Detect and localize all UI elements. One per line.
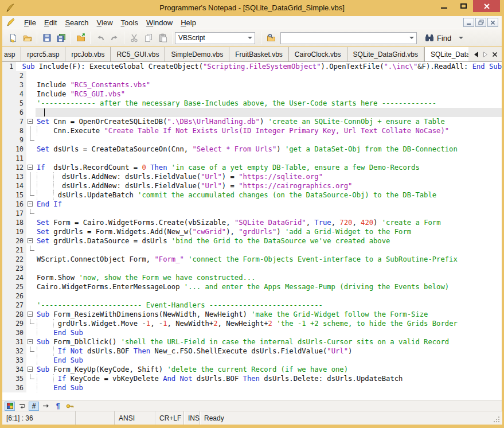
find-in-files-button[interactable]: [264, 31, 278, 45]
menu-help[interactable]: Help: [177, 17, 200, 28]
scheme-select[interactable]: VBScript: [175, 32, 255, 44]
code-line-7[interactable]: 7Set Cnn = OpenOrCreateSQLiteDB(".\DBs\U…: [2, 117, 502, 126]
code-line-18[interactable]: 18Set Form = Cairo.WidgetForms.Create(vb…: [2, 218, 502, 227]
code-line-29[interactable]: 29 grdUrls.Widget.Move -1, -1, NewWidth+…: [2, 319, 502, 328]
code-line-6[interactable]: 6: [2, 108, 502, 117]
menu-edit[interactable]: Edit: [40, 17, 61, 28]
search-input[interactable]: [280, 32, 417, 44]
code-line-15[interactable]: 15 dsUrls.UpdateBatch 'commit the accumu…: [2, 190, 502, 200]
code-line-30[interactable]: 30 End Sub: [2, 328, 502, 337]
maximize-button[interactable]: [454, 0, 472, 12]
code-text: dsUrls.AddNew: dsUrls.FieldValue("Url") …: [36, 181, 502, 190]
menu-window[interactable]: Window: [142, 17, 177, 28]
code-line-3[interactable]: 3Include "RC5_Constants.vbs": [2, 80, 502, 90]
scroll-tabs-left-button[interactable]: [474, 52, 479, 57]
cut-button[interactable]: [127, 31, 141, 45]
mdi-minimize-button[interactable]: [463, 18, 474, 27]
code-line-9[interactable]: 9: [2, 135, 502, 145]
title-bar[interactable]: Programmer's Notepad - [SQLite_DataGrid_…: [0, 0, 504, 16]
tab-SQLite_DataGrid.vbs[interactable]: SQLite_DataGrid.vbs: [347, 47, 424, 61]
code-line-16[interactable]: 16End If: [2, 200, 502, 209]
open-project-button[interactable]: [73, 31, 88, 45]
code-line-19[interactable]: 19Set grdUrls = Form.Widgets.Add(New_w("…: [2, 227, 502, 236]
minimize-button[interactable]: [435, 0, 453, 12]
code-line-27[interactable]: 27'------------------------ Event-Handle…: [2, 301, 502, 310]
word-wrap-toggle-button[interactable]: [17, 402, 27, 411]
find-dropdown-arrow[interactable]: [459, 37, 463, 39]
code-editor[interactable]: 1Sub Include(F): ExecuteGlobal CreateObj…: [2, 62, 502, 400]
code-line-25[interactable]: 25Cairo.WidgetForms.EnterMessageLoop '..…: [2, 282, 502, 291]
menu-search[interactable]: Search: [61, 17, 92, 28]
fold-toggle[interactable]: [26, 200, 36, 209]
code-line-14[interactable]: 14 dsUrls.AddNew: dsUrls.FieldValue("Url…: [2, 181, 502, 190]
fold-toggle[interactable]: [26, 310, 36, 319]
fold-margin: [26, 319, 36, 328]
fold-toggle[interactable]: [26, 117, 36, 126]
toolbar-separator: [172, 32, 173, 44]
code-line-34[interactable]: 34Sub Form_KeyUp(KeyCode, Shift) 'delete…: [2, 365, 502, 374]
line-numbers-toggle-button[interactable]: #: [29, 402, 39, 411]
code-line-35[interactable]: 35 If KeyCode = vbKeyDelete And Not dsUr…: [2, 374, 502, 383]
code-line-31[interactable]: 31Sub Form_DblClick() 'shell the URL-Fie…: [2, 337, 502, 347]
binoculars-icon: [425, 34, 434, 42]
code-line-17[interactable]: 17: [2, 209, 502, 218]
search-input-arrow[interactable]: [407, 33, 416, 44]
tab-CairoClock.vbs[interactable]: CairoClock.vbs: [289, 47, 347, 61]
copy-button[interactable]: [141, 31, 155, 45]
code-line-8[interactable]: 8 Cnn.Execute "Create Table If Not Exist…: [2, 126, 502, 135]
menu-file[interactable]: File: [20, 17, 40, 28]
code-line-28[interactable]: 28Sub Form_ResizeWithDimensions(NewWidth…: [2, 310, 502, 319]
fold-toggle[interactable]: [26, 236, 36, 246]
new-file-button[interactable]: [6, 31, 20, 45]
fold-margin: [26, 246, 36, 255]
mdi-restore-button[interactable]: [475, 18, 486, 27]
fold-toggle[interactable]: [26, 163, 36, 172]
code-line-33[interactable]: 33 End Sub: [2, 356, 502, 365]
highlighting-toggle-button[interactable]: [5, 402, 15, 411]
tab-FruitBasket.vbs[interactable]: FruitBasket.vbs: [229, 47, 289, 61]
code-line-20[interactable]: 20Set grdUrls.DataSource = dsUrls 'bind …: [2, 236, 502, 246]
tab-rpcrc5.asp[interactable]: rpcrc5.asp: [21, 47, 65, 61]
fold-toggle[interactable]: [26, 337, 36, 347]
fold-toggle[interactable]: [26, 365, 36, 374]
open-file-button[interactable]: [20, 31, 34, 45]
code-line-10[interactable]: 10Set dsUrls = CreateDataSourceOn(Cnn, "…: [2, 145, 502, 154]
menu-tools[interactable]: Tools: [117, 17, 142, 28]
write-protect-toggle-button[interactable]: [65, 402, 75, 411]
close-tab-button[interactable]: [492, 52, 498, 57]
mdi-close-button[interactable]: [487, 18, 498, 27]
find-button[interactable]: Find: [423, 32, 466, 44]
save-all-button[interactable]: [54, 31, 68, 45]
code-line-1[interactable]: 1Sub Include(F): ExecuteGlobal CreateObj…: [2, 62, 502, 71]
whitespace-toggle-button[interactable]: [41, 402, 51, 411]
code-line-2[interactable]: 2: [2, 71, 502, 80]
menu-view[interactable]: View: [93, 17, 117, 28]
code-line-36[interactable]: 36 End Sub: [2, 383, 502, 392]
save-button[interactable]: [40, 31, 54, 45]
undo-button[interactable]: [93, 31, 107, 45]
tab-asp[interactable]: asp: [2, 47, 21, 61]
code-line-13[interactable]: 13 dsUrls.AddNew: dsUrls.FieldValue("Url…: [2, 172, 502, 181]
redo-button[interactable]: [107, 31, 122, 45]
code-line-4[interactable]: 4Include "RC5_GUI.vbs": [2, 90, 502, 99]
paste-button[interactable]: [155, 31, 170, 45]
scheme-select-arrow[interactable]: [245, 33, 255, 44]
code-line-12[interactable]: 12If dsUrls.RecordCount = 0 Then 'in cas…: [2, 163, 502, 172]
close-button[interactable]: [473, 0, 500, 12]
code-line-26[interactable]: 26: [2, 291, 502, 301]
code-line-32[interactable]: 32 If Not dsUrls.BOF Then New_c.FSO.Shel…: [2, 347, 502, 356]
code-text: Include "RC5_Constants.vbs": [36, 80, 502, 90]
tab-rpcJob.vbs[interactable]: rpcJob.vbs: [65, 47, 111, 61]
tab-SimpleDemo.vbs[interactable]: SimpleDemo.vbs: [165, 47, 229, 61]
code-line-5[interactable]: 5'------------- after the necessary Base…: [2, 99, 502, 108]
scroll-tabs-right-button[interactable]: [483, 52, 488, 57]
code-line-23[interactable]: 23: [2, 264, 502, 273]
code-line-11[interactable]: 11: [2, 154, 502, 163]
code-line-24[interactable]: 24Form.Show 'now, show the Form we have …: [2, 273, 502, 282]
tab-RC5_GUI.vbs[interactable]: RC5_GUI.vbs: [111, 47, 165, 61]
line-endings-toggle-button[interactable]: ¶: [53, 402, 63, 411]
code-line-21[interactable]: 21: [2, 246, 502, 255]
resize-grip[interactable]: [493, 416, 501, 423]
code-line-22[interactable]: 22WScript.ConnectObject Form, "Form_" 'c…: [2, 255, 502, 264]
code-text: [36, 209, 502, 218]
